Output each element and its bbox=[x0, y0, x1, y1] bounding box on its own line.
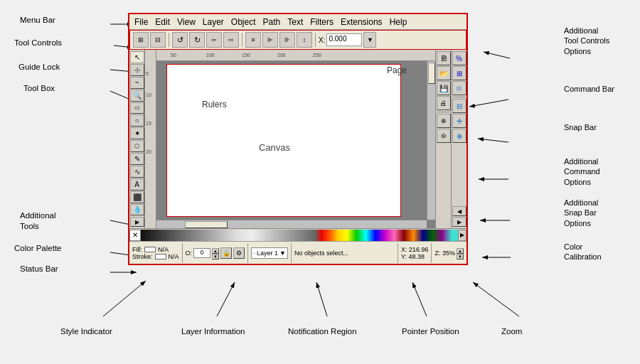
svg-line-11 bbox=[316, 282, 327, 316]
tool-controls-label: Tool Controls bbox=[14, 38, 62, 47]
stroke-label: Stroke: bbox=[132, 253, 153, 260]
opacity-down[interactable]: ▼ bbox=[212, 254, 219, 259]
snap-bar: % ⊞ ⊡ ⊟ ✛ ⊕ ◀ ▶ bbox=[451, 50, 466, 228]
opacity-input[interactable]: 0 bbox=[193, 248, 210, 258]
snap-btn-5[interactable]: ✛ bbox=[452, 114, 466, 128]
stroke-color[interactable] bbox=[155, 254, 166, 259]
palette-arrow[interactable]: ▶ bbox=[458, 230, 466, 241]
cmd-btn-3[interactable]: 💾 bbox=[437, 81, 451, 95]
tool-star[interactable]: ✦ bbox=[130, 127, 144, 139]
menu-filters[interactable]: Filters bbox=[306, 16, 337, 28]
cmd-sep bbox=[437, 112, 450, 112]
palette-gradient[interactable] bbox=[141, 230, 458, 241]
snap-btn-1[interactable]: % bbox=[452, 51, 466, 65]
tool-ctrl-btn-5[interactable]: ⇦ bbox=[206, 32, 222, 48]
svg-line-20 bbox=[478, 139, 508, 142]
menu-layer[interactable]: Layer bbox=[199, 16, 228, 28]
status-sep-4 bbox=[398, 243, 398, 263]
tool-controls-bar: ⊞ ⊟ ↺ ↻ ⇦ ⇨ ≡ ⊫ ⊪ ↕ X: 0.000 ▼ bbox=[129, 30, 466, 50]
menu-extensions[interactable]: Extensions bbox=[337, 16, 386, 28]
snap-scroll-right[interactable]: ▶ bbox=[452, 217, 466, 227]
cmd-btn-6[interactable]: ⊖ bbox=[437, 129, 451, 143]
cmd-btn-1[interactable]: 🖹 bbox=[437, 51, 451, 65]
opacity-stepper[interactable]: ▲ ▼ bbox=[212, 248, 219, 258]
status-sep-5 bbox=[431, 243, 432, 263]
style-indicator: Fill: N/A Stroke: N/A bbox=[132, 246, 179, 260]
additional-tool-controls-label: AdditionalTool ControlsOptions bbox=[564, 26, 639, 56]
page-label: Page bbox=[387, 65, 407, 75]
tool-more[interactable]: ▶ bbox=[130, 217, 144, 227]
zoom-stepper[interactable]: ▲ ▼ bbox=[457, 248, 464, 258]
tool-ctrl-btn-10[interactable]: ↕ bbox=[297, 32, 312, 48]
tool-zoom[interactable]: ~ bbox=[130, 77, 144, 89]
menu-help[interactable]: Help bbox=[386, 16, 411, 28]
cmd-btn-4[interactable]: 🖨 bbox=[437, 96, 451, 110]
menu-file[interactable]: File bbox=[131, 16, 151, 28]
cmd-btn-5[interactable]: ⊕ bbox=[437, 114, 451, 128]
tool-select[interactable]: ↖ bbox=[130, 51, 144, 63]
tool-measure[interactable]: 🔍 bbox=[130, 90, 144, 102]
pointer-pos-label: Pointer Position bbox=[402, 327, 459, 336]
separator-2 bbox=[242, 33, 242, 47]
snap-btn-6[interactable]: ⊕ bbox=[452, 129, 466, 143]
pointer-position: X: 216.96 Y: 48.38 bbox=[401, 246, 429, 260]
tool-ctrl-btn-7[interactable]: ≡ bbox=[245, 32, 261, 48]
cmd-btn-2[interactable]: 📂 bbox=[437, 66, 451, 80]
menu-view[interactable]: View bbox=[174, 16, 199, 28]
canvas-label: Canvas bbox=[259, 142, 290, 153]
menu-bar-label: Menu Bar bbox=[20, 16, 55, 24]
tool-dropper[interactable]: 💧 bbox=[130, 204, 144, 216]
menu-text[interactable]: Text bbox=[284, 16, 306, 28]
opacity-up[interactable]: ▲ bbox=[212, 248, 219, 254]
tool-node[interactable]: ⊹ bbox=[130, 64, 144, 76]
zoom-display: Z: 35% bbox=[434, 250, 455, 257]
tool-calligraphy[interactable]: ∿ bbox=[130, 166, 144, 178]
tool-rect[interactable]: ▭ bbox=[130, 102, 144, 114]
canvas-area: 50 100 150 200 250 5 10 15 20 bbox=[145, 50, 435, 228]
tool-gradient[interactable]: ⬛ bbox=[130, 191, 144, 203]
zoom-down[interactable]: ▼ bbox=[457, 254, 464, 259]
tool-ctrl-btn-4[interactable]: ↻ bbox=[189, 32, 205, 48]
svg-line-9 bbox=[103, 281, 146, 316]
tool-ctrl-btn-8[interactable]: ⊫ bbox=[262, 32, 278, 48]
status-bar: Fill: N/A Stroke: N/A O: 0 ▲ ▼ 🔒 ⚙ · Lay… bbox=[129, 241, 466, 264]
snap-btn-4[interactable]: ⊟ bbox=[452, 99, 466, 113]
layer-selector[interactable]: · Layer 1 ▼ bbox=[251, 247, 288, 259]
scrollbar-vertical[interactable] bbox=[427, 61, 435, 220]
tool-ctrl-btn-3[interactable]: ↺ bbox=[172, 32, 188, 48]
status-icon-1[interactable]: 🔒 bbox=[220, 247, 232, 259]
menu-edit[interactable]: Edit bbox=[151, 16, 174, 28]
tool-ctrl-btn-1[interactable]: ⊞ bbox=[133, 32, 149, 48]
scrollbar-horizontal[interactable] bbox=[156, 220, 427, 228]
status-sep-1 bbox=[182, 243, 183, 263]
no-fill-btn[interactable]: ✕ bbox=[129, 230, 141, 241]
tool-ctrl-btn-more[interactable]: ▼ bbox=[363, 32, 376, 48]
snap-btn-3[interactable]: ⊡ bbox=[452, 81, 466, 95]
scroll-thumb-v[interactable] bbox=[428, 63, 435, 84]
tool-circle[interactable]: ○ bbox=[130, 114, 144, 127]
layer-info-label: Layer Information bbox=[181, 327, 245, 336]
tool-pencil[interactable]: ✎ bbox=[130, 153, 144, 165]
scroll-thumb-h[interactable] bbox=[185, 221, 228, 228]
separator-1 bbox=[169, 33, 169, 47]
fill-color[interactable] bbox=[144, 247, 156, 252]
snap-sep bbox=[453, 97, 466, 97]
tool-ctrl-btn-2[interactable]: ⊟ bbox=[150, 32, 166, 48]
menu-path[interactable]: Path bbox=[260, 16, 284, 28]
tool-3d[interactable]: ⬡ bbox=[130, 140, 144, 152]
snap-btn-2[interactable]: ⊞ bbox=[452, 66, 466, 80]
zoom-up[interactable]: ▲ bbox=[457, 248, 464, 254]
svg-line-10 bbox=[217, 282, 235, 316]
tool-ctrl-btn-6[interactable]: ⇨ bbox=[223, 32, 239, 48]
menu-object[interactable]: Object bbox=[228, 16, 260, 28]
inkscape-window: File Edit View Layer Object Path Text Fi… bbox=[128, 13, 468, 265]
tool-ctrl-btn-9[interactable]: ⊪ bbox=[279, 32, 295, 48]
zoom-label: Zoom bbox=[501, 327, 522, 336]
status-sep-3 bbox=[291, 243, 292, 263]
menu-bar: File Edit View Layer Object Path Text Fi… bbox=[129, 14, 466, 30]
additional-command-label: AdditionalCommandOptions bbox=[564, 156, 639, 187]
status-icon-2[interactable]: ⚙ bbox=[233, 247, 245, 259]
x-input[interactable]: 0.000 bbox=[326, 33, 362, 46]
snap-scroll-left[interactable]: ◀ bbox=[452, 206, 466, 216]
tool-text[interactable]: A bbox=[130, 178, 144, 191]
